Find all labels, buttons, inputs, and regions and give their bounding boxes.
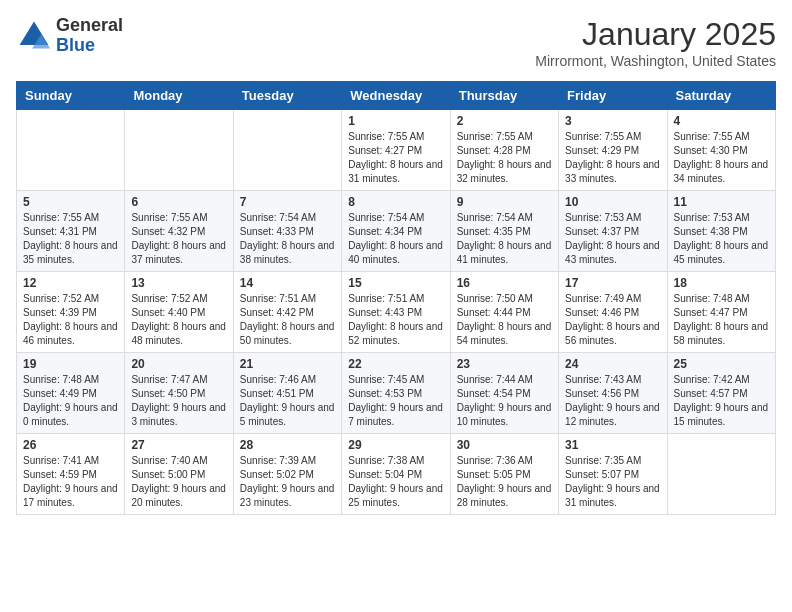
calendar-day: 8Sunrise: 7:54 AMSunset: 4:34 PMDaylight… [342,191,450,272]
day-number: 21 [240,357,335,371]
day-info: Sunrise: 7:55 AMSunset: 4:27 PMDaylight:… [348,130,443,186]
day-info: Sunrise: 7:49 AMSunset: 4:46 PMDaylight:… [565,292,660,348]
day-info: Sunrise: 7:55 AMSunset: 4:29 PMDaylight:… [565,130,660,186]
day-info: Sunrise: 7:51 AMSunset: 4:43 PMDaylight:… [348,292,443,348]
day-info: Sunrise: 7:46 AMSunset: 4:51 PMDaylight:… [240,373,335,429]
day-info: Sunrise: 7:45 AMSunset: 4:53 PMDaylight:… [348,373,443,429]
day-number: 28 [240,438,335,452]
title-section: January 2025 Mirrormont, Washington, Uni… [535,16,776,69]
calendar-day [667,434,775,515]
calendar-week: 26Sunrise: 7:41 AMSunset: 4:59 PMDayligh… [17,434,776,515]
calendar-day: 17Sunrise: 7:49 AMSunset: 4:46 PMDayligh… [559,272,667,353]
day-info: Sunrise: 7:52 AMSunset: 4:39 PMDaylight:… [23,292,118,348]
day-info: Sunrise: 7:48 AMSunset: 4:49 PMDaylight:… [23,373,118,429]
calendar-day: 23Sunrise: 7:44 AMSunset: 4:54 PMDayligh… [450,353,558,434]
day-number: 10 [565,195,660,209]
calendar-day: 11Sunrise: 7:53 AMSunset: 4:38 PMDayligh… [667,191,775,272]
day-number: 18 [674,276,769,290]
month-title: January 2025 [535,16,776,53]
calendar-week: 5Sunrise: 7:55 AMSunset: 4:31 PMDaylight… [17,191,776,272]
day-info: Sunrise: 7:43 AMSunset: 4:56 PMDaylight:… [565,373,660,429]
day-number: 25 [674,357,769,371]
day-number: 3 [565,114,660,128]
calendar-day: 28Sunrise: 7:39 AMSunset: 5:02 PMDayligh… [233,434,341,515]
day-number: 19 [23,357,118,371]
calendar-day: 7Sunrise: 7:54 AMSunset: 4:33 PMDaylight… [233,191,341,272]
weekday-header: Tuesday [233,82,341,110]
calendar-day: 2Sunrise: 7:55 AMSunset: 4:28 PMDaylight… [450,110,558,191]
calendar-day: 5Sunrise: 7:55 AMSunset: 4:31 PMDaylight… [17,191,125,272]
calendar-body: 1Sunrise: 7:55 AMSunset: 4:27 PMDaylight… [17,110,776,515]
calendar-day: 9Sunrise: 7:54 AMSunset: 4:35 PMDaylight… [450,191,558,272]
day-number: 14 [240,276,335,290]
day-number: 15 [348,276,443,290]
day-info: Sunrise: 7:54 AMSunset: 4:35 PMDaylight:… [457,211,552,267]
day-number: 1 [348,114,443,128]
day-number: 12 [23,276,118,290]
calendar-day: 25Sunrise: 7:42 AMSunset: 4:57 PMDayligh… [667,353,775,434]
day-info: Sunrise: 7:47 AMSunset: 4:50 PMDaylight:… [131,373,226,429]
calendar-day [17,110,125,191]
calendar-day: 19Sunrise: 7:48 AMSunset: 4:49 PMDayligh… [17,353,125,434]
day-number: 24 [565,357,660,371]
calendar-day: 4Sunrise: 7:55 AMSunset: 4:30 PMDaylight… [667,110,775,191]
logo: General Blue [16,16,123,56]
calendar-week: 12Sunrise: 7:52 AMSunset: 4:39 PMDayligh… [17,272,776,353]
day-number: 22 [348,357,443,371]
weekday-header: Friday [559,82,667,110]
day-number: 17 [565,276,660,290]
page-header: General Blue January 2025 Mirrormont, Wa… [16,16,776,69]
day-number: 31 [565,438,660,452]
calendar-week: 19Sunrise: 7:48 AMSunset: 4:49 PMDayligh… [17,353,776,434]
day-number: 11 [674,195,769,209]
day-number: 27 [131,438,226,452]
calendar-day: 31Sunrise: 7:35 AMSunset: 5:07 PMDayligh… [559,434,667,515]
day-info: Sunrise: 7:42 AMSunset: 4:57 PMDaylight:… [674,373,769,429]
day-info: Sunrise: 7:54 AMSunset: 4:33 PMDaylight:… [240,211,335,267]
calendar-day: 24Sunrise: 7:43 AMSunset: 4:56 PMDayligh… [559,353,667,434]
day-info: Sunrise: 7:55 AMSunset: 4:32 PMDaylight:… [131,211,226,267]
calendar-day: 15Sunrise: 7:51 AMSunset: 4:43 PMDayligh… [342,272,450,353]
calendar-day: 18Sunrise: 7:48 AMSunset: 4:47 PMDayligh… [667,272,775,353]
calendar-day: 27Sunrise: 7:40 AMSunset: 5:00 PMDayligh… [125,434,233,515]
logo-text: General Blue [56,16,123,56]
weekday-header: Saturday [667,82,775,110]
day-number: 13 [131,276,226,290]
day-info: Sunrise: 7:36 AMSunset: 5:05 PMDaylight:… [457,454,552,510]
day-info: Sunrise: 7:38 AMSunset: 5:04 PMDaylight:… [348,454,443,510]
weekday-row: SundayMondayTuesdayWednesdayThursdayFrid… [17,82,776,110]
day-number: 5 [23,195,118,209]
calendar-day: 12Sunrise: 7:52 AMSunset: 4:39 PMDayligh… [17,272,125,353]
calendar-day: 21Sunrise: 7:46 AMSunset: 4:51 PMDayligh… [233,353,341,434]
day-info: Sunrise: 7:53 AMSunset: 4:37 PMDaylight:… [565,211,660,267]
day-info: Sunrise: 7:52 AMSunset: 4:40 PMDaylight:… [131,292,226,348]
day-info: Sunrise: 7:44 AMSunset: 4:54 PMDaylight:… [457,373,552,429]
day-info: Sunrise: 7:39 AMSunset: 5:02 PMDaylight:… [240,454,335,510]
day-number: 9 [457,195,552,209]
day-info: Sunrise: 7:50 AMSunset: 4:44 PMDaylight:… [457,292,552,348]
weekday-header: Wednesday [342,82,450,110]
day-info: Sunrise: 7:54 AMSunset: 4:34 PMDaylight:… [348,211,443,267]
day-number: 4 [674,114,769,128]
calendar-day: 14Sunrise: 7:51 AMSunset: 4:42 PMDayligh… [233,272,341,353]
day-info: Sunrise: 7:48 AMSunset: 4:47 PMDaylight:… [674,292,769,348]
day-info: Sunrise: 7:40 AMSunset: 5:00 PMDaylight:… [131,454,226,510]
day-number: 30 [457,438,552,452]
calendar-day: 10Sunrise: 7:53 AMSunset: 4:37 PMDayligh… [559,191,667,272]
weekday-header: Thursday [450,82,558,110]
calendar-day [233,110,341,191]
day-number: 7 [240,195,335,209]
calendar-day: 1Sunrise: 7:55 AMSunset: 4:27 PMDaylight… [342,110,450,191]
calendar-day: 29Sunrise: 7:38 AMSunset: 5:04 PMDayligh… [342,434,450,515]
day-info: Sunrise: 7:35 AMSunset: 5:07 PMDaylight:… [565,454,660,510]
calendar: SundayMondayTuesdayWednesdayThursdayFrid… [16,81,776,515]
calendar-day: 16Sunrise: 7:50 AMSunset: 4:44 PMDayligh… [450,272,558,353]
day-info: Sunrise: 7:55 AMSunset: 4:31 PMDaylight:… [23,211,118,267]
weekday-header: Sunday [17,82,125,110]
calendar-header: SundayMondayTuesdayWednesdayThursdayFrid… [17,82,776,110]
weekday-header: Monday [125,82,233,110]
logo-general: General [56,16,123,36]
calendar-day: 22Sunrise: 7:45 AMSunset: 4:53 PMDayligh… [342,353,450,434]
day-number: 26 [23,438,118,452]
calendar-day: 3Sunrise: 7:55 AMSunset: 4:29 PMDaylight… [559,110,667,191]
